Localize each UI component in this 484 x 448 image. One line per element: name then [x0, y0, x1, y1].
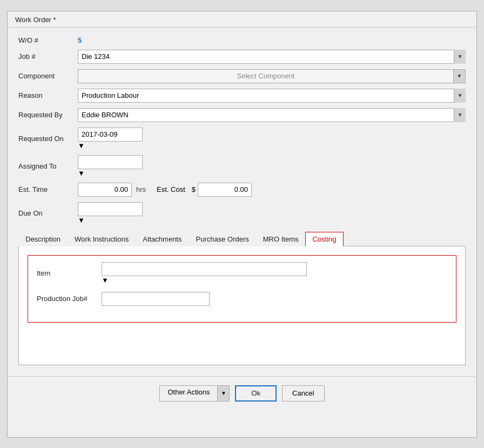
requested-on-dropdown-arrow: ▼: [78, 142, 143, 150]
tab-mro-items[interactable]: MRO Items: [256, 232, 306, 246]
component-placeholder: Select Component: [78, 72, 453, 80]
est-cost-wrapper: Est. Cost $: [157, 183, 252, 197]
est-time-input[interactable]: [78, 183, 132, 197]
due-on-dropdown-arrow: ▼: [78, 216, 143, 224]
other-actions-arrow-icon[interactable]: ▼: [217, 385, 229, 402]
costing-item-label: Item: [37, 269, 102, 277]
due-on-select-wrapper: ▼: [78, 202, 143, 224]
est-cost-dollar-sign: $: [192, 185, 196, 193]
costing-production-job-row: Production Job#: [37, 292, 447, 306]
costing-item-dropdown-arrow: ▼: [102, 276, 307, 284]
component-button[interactable]: Select Component ▼: [78, 69, 466, 83]
est-time-label: Est. Time: [18, 185, 78, 193]
reason-row: Reason Production Labour ▼: [18, 89, 466, 103]
costing-panel: Item ▼ Production Job#: [28, 255, 456, 323]
assigned-to-label: Assigned To: [18, 162, 78, 170]
component-row: Component Select Component ▼: [18, 69, 466, 83]
est-cost-label: Est. Cost: [157, 185, 185, 193]
due-on-control: ▼: [78, 202, 466, 224]
requested-on-control: 2017-03-09 ▼: [78, 128, 466, 150]
assigned-to-row: Assigned To ▼: [18, 155, 466, 177]
tab-description[interactable]: Description: [18, 232, 68, 246]
due-on-select[interactable]: [78, 202, 143, 216]
job-control: Die 1234 ▼: [78, 50, 466, 64]
cancel-button[interactable]: Cancel: [282, 385, 324, 402]
est-row: Est. Time hrs Est. Cost $: [18, 183, 466, 197]
work-order-dialog: Work Order * W/O # 5 Job # Die 1234 ▼: [7, 11, 477, 438]
ok-button[interactable]: Ok: [235, 385, 277, 402]
dialog-footer: Other Actions ▼ Ok Cancel: [8, 376, 476, 410]
requested-by-label: Requested By: [18, 111, 78, 119]
reason-select[interactable]: Production Labour: [78, 89, 466, 103]
costing-item-row: Item ▼: [37, 262, 447, 284]
job-select[interactable]: Die 1234: [78, 50, 466, 64]
requested-by-select[interactable]: Eddie BROWN: [78, 108, 466, 122]
reason-control: Production Labour ▼: [78, 89, 466, 103]
est-cost-input[interactable]: [198, 183, 252, 197]
job-row: Job # Die 1234 ▼: [18, 50, 466, 64]
other-actions-label: Other Actions: [160, 385, 217, 402]
est-time-wrapper: hrs: [78, 183, 146, 197]
component-control: Select Component ▼: [78, 69, 466, 83]
dialog-body: W/O # 5 Job # Die 1234 ▼ Component: [8, 28, 476, 371]
due-on-label: Due On: [18, 209, 78, 217]
tab-purchase-orders[interactable]: Purchase Orders: [189, 232, 256, 246]
requested-by-row: Requested By Eddie BROWN ▼: [18, 108, 466, 122]
wo-label: W/O #: [18, 36, 78, 44]
requested-on-date-wrapper: 2017-03-09 ▼: [78, 128, 143, 150]
tab-content-costing: Item ▼ Production Job#: [18, 246, 466, 365]
wo-row: W/O # 5: [18, 36, 466, 44]
job-label: Job #: [18, 52, 78, 61]
costing-production-job-input[interactable]: [102, 292, 210, 306]
tab-costing[interactable]: Costing: [305, 232, 343, 246]
est-time-unit: hrs: [136, 185, 146, 193]
assigned-to-select[interactable]: [78, 155, 143, 169]
reason-label: Reason: [18, 91, 78, 99]
costing-production-job-label: Production Job#: [37, 295, 102, 303]
wo-value: 5: [78, 36, 466, 44]
est-inner-row: hrs Est. Cost $: [78, 183, 466, 197]
dialog-title: Work Order *: [8, 11, 476, 28]
requested-on-row: Requested On 2017-03-09 ▼: [18, 128, 466, 150]
tab-work-instructions[interactable]: Work Instructions: [68, 232, 136, 246]
assigned-to-control: ▼: [78, 155, 466, 177]
reason-select-wrapper: Production Labour ▼: [78, 89, 466, 103]
component-label: Component: [18, 72, 78, 80]
requested-on-label: Requested On: [18, 135, 78, 143]
requested-by-select-wrapper: Eddie BROWN ▼: [78, 108, 466, 122]
job-select-wrapper: Die 1234 ▼: [78, 50, 466, 64]
tabs-container: Description Work Instructions Attachment…: [18, 232, 466, 365]
requested-by-control: Eddie BROWN ▼: [78, 108, 466, 122]
due-on-row: Due On ▼: [18, 202, 466, 224]
assigned-to-dropdown-arrow: ▼: [78, 169, 143, 177]
est-controls: hrs Est. Cost $: [78, 183, 466, 197]
tabs-bar: Description Work Instructions Attachment…: [18, 232, 466, 246]
tab-attachments[interactable]: Attachments: [136, 232, 189, 246]
assigned-to-select-wrapper: ▼: [78, 155, 143, 177]
component-arrow-icon: ▼: [453, 70, 465, 83]
costing-item-select-wrapper: ▼: [102, 262, 307, 284]
other-actions-button[interactable]: Other Actions ▼: [159, 385, 230, 402]
requested-on-select[interactable]: 2017-03-09: [78, 128, 143, 142]
costing-item-select[interactable]: [102, 262, 307, 276]
